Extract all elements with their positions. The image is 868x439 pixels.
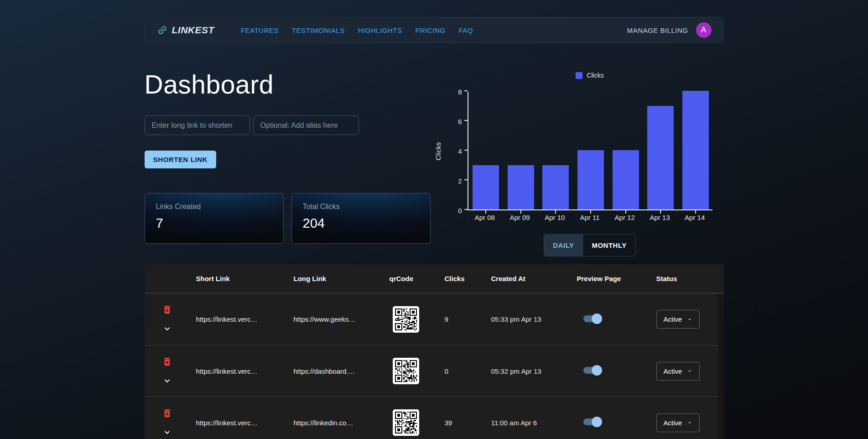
chart-bar <box>647 106 674 210</box>
navbar: LINKEST FEATURES TESTIMONIALS HIGHLIGHTS… <box>145 17 724 43</box>
x-tick-label: Apr 10 <box>545 214 565 221</box>
expand-row-icon[interactable] <box>162 376 172 386</box>
header-preview-page: Preview Page <box>577 275 656 282</box>
table-row: https://linkest.verc… https://linkedin.c… <box>145 397 724 439</box>
legend-swatch <box>576 72 582 79</box>
chart-view-tabs: DAILY MONTHLY <box>544 234 635 256</box>
clicks-count: 39 <box>445 419 491 427</box>
y-tick-label: 8 <box>458 88 462 96</box>
links-created-label: Links Created <box>156 203 272 211</box>
nav-link-highlights[interactable]: HIGHLIGHTS <box>358 26 402 34</box>
chart-bar <box>508 165 534 210</box>
status-value: Active <box>664 419 682 427</box>
links-created-card: Links Created 7 <box>145 193 284 244</box>
preview-page-toggle[interactable] <box>583 365 602 376</box>
links-created-value: 7 <box>156 216 272 231</box>
qr-code-image[interactable] <box>393 358 419 384</box>
header-short-link: Short Link <box>196 275 294 282</box>
table-row: https://linkest.verc… https://www.geeks…… <box>145 293 724 345</box>
delete-link-icon[interactable] <box>162 304 172 315</box>
long-link[interactable]: https://dashboard.… <box>294 367 390 375</box>
status-value: Active <box>664 367 682 375</box>
delete-link-icon[interactable] <box>162 408 172 418</box>
y-tick-label: 0 <box>458 207 462 214</box>
chart-bar <box>682 91 709 209</box>
clicks-chart: Clicks Clicks 02468 Apr 08Apr 09Apr 10Ap… <box>432 43 724 256</box>
status-value: Active <box>664 315 682 323</box>
chart-bar <box>613 150 639 209</box>
tab-daily[interactable]: DAILY <box>544 235 582 256</box>
x-tick-label: Apr 11 <box>580 214 599 221</box>
chart-bar <box>473 165 499 210</box>
nav-link-testimonials[interactable]: TESTIMONIALS <box>292 26 345 34</box>
links-table: Short Link Long Link qrCode Clicks Creat… <box>145 264 724 439</box>
qr-code-image[interactable] <box>393 409 419 436</box>
logo-text: LINKEST <box>172 25 214 36</box>
y-tick-mark <box>464 120 468 121</box>
created-at: 05:33 pm Apr 13 <box>491 315 577 323</box>
logo[interactable]: LINKEST <box>157 25 214 36</box>
long-link-input[interactable] <box>145 115 250 135</box>
nav-link-faq[interactable]: FAQ <box>458 26 473 34</box>
x-tick-label: Apr 12 <box>615 214 635 221</box>
chart-bar <box>577 150 604 209</box>
table-body: https://linkest.verc… https://www.geeks…… <box>145 293 724 439</box>
preview-page-toggle[interactable] <box>583 416 602 428</box>
y-axis-label: Clicks <box>434 142 442 160</box>
tab-monthly[interactable]: MONTHLY <box>582 235 635 256</box>
shorten-link-button[interactable]: SHORTEN LINK <box>145 151 217 168</box>
link-chain-icon <box>157 25 168 36</box>
x-tick-label: Apr 14 <box>685 214 705 221</box>
created-at: 11:00 am Apr 6 <box>491 419 577 427</box>
page-title: Dashboard <box>145 69 432 99</box>
long-link[interactable]: https://linkedin.co… <box>294 419 390 427</box>
caret-down-icon <box>687 420 692 425</box>
y-tick-mark <box>464 209 468 210</box>
created-at: 05:32 pm Apr 13 <box>491 367 577 375</box>
caret-down-icon <box>687 368 692 374</box>
delete-link-icon[interactable] <box>162 356 172 367</box>
header-clicks: Clicks <box>445 275 491 282</box>
x-tick-label: Apr 09 <box>509 214 530 221</box>
nav-links: FEATURES TESTIMONIALS HIGHLIGHTS PRICING… <box>241 26 473 34</box>
header-qrcode: qrCode <box>390 275 445 282</box>
table-row: https://linkest.verc… https://dashboard.… <box>145 345 724 397</box>
header-status: Status <box>656 275 724 282</box>
table-header: Short Link Long Link qrCode Clicks Creat… <box>145 264 724 293</box>
y-tick-mark <box>464 179 468 180</box>
total-clicks-card: Total Clicks 204 <box>291 193 431 244</box>
legend-label: Clicks <box>587 72 603 79</box>
y-tick-label: 4 <box>458 147 462 155</box>
table-scrollbar[interactable] <box>718 294 724 439</box>
x-tick-label: Apr 08 <box>475 214 495 221</box>
caret-down-icon <box>687 317 692 322</box>
manage-billing-button[interactable]: MANAGE BILLING <box>627 26 688 34</box>
status-dropdown[interactable]: Active <box>656 310 700 329</box>
status-dropdown[interactable]: Active <box>656 362 700 381</box>
clicks-count: 0 <box>445 367 491 375</box>
x-tick-label: Apr 13 <box>650 214 670 221</box>
nav-link-features[interactable]: FEATURES <box>241 26 279 34</box>
expand-row-icon[interactable] <box>162 324 172 334</box>
preview-page-toggle[interactable] <box>583 313 602 324</box>
long-link[interactable]: https://www.geeks… <box>294 315 390 323</box>
status-dropdown[interactable]: Active <box>656 413 700 432</box>
nav-link-pricing[interactable]: PRICING <box>415 26 445 34</box>
alias-input[interactable] <box>253 115 359 135</box>
header-long-link: Long Link <box>294 275 390 282</box>
total-clicks-value: 204 <box>303 216 419 231</box>
chart-legend: Clicks <box>468 71 712 80</box>
clicks-count: 9 <box>445 315 491 323</box>
y-tick-label: 6 <box>458 118 462 125</box>
avatar[interactable]: A <box>696 22 712 38</box>
total-clicks-label: Total Clicks <box>303 203 419 211</box>
chart-plot <box>468 92 712 210</box>
short-link[interactable]: https://linkest.verc… <box>196 419 294 427</box>
expand-row-icon[interactable] <box>162 427 172 438</box>
short-link[interactable]: https://linkest.verc… <box>196 315 294 323</box>
qr-code-image[interactable] <box>393 306 419 333</box>
y-axis: 02468 <box>444 92 468 210</box>
x-axis: Apr 08Apr 09Apr 10Apr 11Apr 12Apr 13Apr … <box>468 210 712 222</box>
short-link[interactable]: https://linkest.verc… <box>196 367 294 375</box>
y-tick-mark <box>464 90 468 91</box>
